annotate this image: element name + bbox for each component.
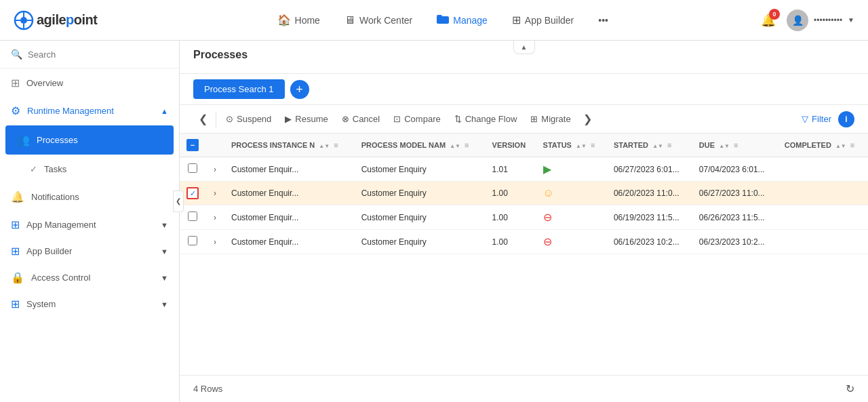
notification-badge: 0 [769, 9, 780, 20]
info-button[interactable]: i [838, 111, 854, 127]
sidebar-item-notifications[interactable]: 🔔 Notifications [0, 182, 179, 212]
sidebar-item-processes[interactable]: 👥 Processes [5, 125, 174, 155]
filter-label: Filter [812, 114, 831, 124]
sidebar-collapse-button[interactable]: ❮ [173, 190, 184, 212]
expand-row-icon[interactable]: › [214, 237, 216, 247]
cell-instance-name: Customer Enquir... [224, 205, 355, 230]
col-completed: COMPLETED ▲▼ ≡ [778, 134, 868, 157]
filter-model-name-icon[interactable]: ≡ [465, 141, 469, 149]
sort-started[interactable]: ▲▼ [652, 143, 663, 149]
filter-icon: ▽ [802, 114, 808, 124]
filter-instance-name-icon[interactable]: ≡ [334, 141, 338, 149]
sort-completed[interactable]: ▲▼ [835, 143, 846, 149]
folder-icon [437, 14, 449, 26]
cancel-button[interactable]: ⊗ Cancel [335, 110, 387, 127]
cell-completed [778, 157, 868, 182]
sidebar-section-runtime[interactable]: ⚙ Runtime Management ▲ [0, 98, 179, 124]
row-checkbox[interactable] [188, 212, 197, 221]
table-row: › Customer Enquir... Customer Enquiry 1.… [180, 205, 868, 230]
back-button[interactable]: ❮ [193, 110, 213, 128]
notification-button[interactable]: 🔔 0 [761, 13, 776, 28]
home-icon: 🏠 [277, 14, 291, 26]
table-row: › Customer Enquir... Customer Enquiry 1.… [180, 230, 868, 254]
system-icon: ⊞ [11, 298, 20, 310]
sidebar-section-appmanagement[interactable]: ⊞ App Management ▼ [0, 212, 179, 238]
main-layout: 🔍 ⊞ Overview ⚙ Runtime Management ▲ 👥 Pr… [0, 41, 868, 402]
cell-checkbox [180, 230, 205, 254]
sort-due[interactable]: ▲▼ [719, 143, 730, 149]
chevron-down-icon-access: ▼ [161, 274, 168, 282]
sidebar: 🔍 ⊞ Overview ⚙ Runtime Management ▲ 👥 Pr… [0, 41, 180, 402]
nav-appbuilder[interactable]: ⊞ App Builder [502, 9, 583, 31]
col-expand [205, 134, 224, 157]
cell-status: ☺ [536, 182, 607, 205]
avatar: 👤 [787, 9, 808, 31]
appbuilder-sidebar-icon: ⊞ [11, 245, 20, 258]
sidebar-section-system[interactable]: ⊞ System ▼ [0, 291, 179, 317]
chevron-down-icon-appbuilder: ▼ [161, 247, 168, 256]
appmanagement-icon: ⊞ [11, 218, 20, 231]
nav-manage[interactable]: Manage [427, 10, 497, 31]
cell-status: ⊖ [536, 230, 607, 254]
nav-home[interactable]: 🏠 Home [268, 9, 330, 31]
sidebar-item-tasks[interactable]: ✓ Tasks [0, 156, 179, 182]
cancel-label: Cancel [353, 114, 380, 124]
search-input[interactable] [28, 49, 168, 60]
suspend-icon: ⊙ [226, 114, 233, 124]
sidebar-section-appbuilder[interactable]: ⊞ App Builder ▼ [0, 238, 179, 264]
migrate-button[interactable]: ⊞ Migrate [524, 110, 577, 127]
svg-point-1 [20, 17, 27, 24]
cell-version: 1.01 [486, 157, 536, 182]
nav-workcenter[interactable]: 🖥 Work Center [335, 10, 422, 31]
sidebar-section-appbuilder-label: App Builder [26, 246, 72, 256]
tab-row: Process Search 1 + [180, 74, 868, 105]
filter-started-icon[interactable]: ≡ [667, 141, 671, 149]
chevron-down-icon: ▼ [848, 16, 854, 24]
change-flow-button[interactable]: ⇅ Change Flow [448, 110, 524, 127]
sort-instance-name[interactable]: ▲▼ [319, 143, 330, 149]
expand-row-icon[interactable]: › [214, 165, 216, 174]
resume-label: Resume [295, 114, 328, 124]
expand-row-icon[interactable]: › [214, 213, 216, 222]
sort-model-name[interactable]: ▲▼ [450, 143, 460, 149]
cell-completed [778, 205, 868, 230]
process-search-tab[interactable]: Process Search 1 [193, 79, 285, 99]
content-area: ▲ Processes Process Search 1 + ❮ ⊙ Suspe… [180, 41, 868, 402]
add-tab-button[interactable]: + [290, 80, 309, 99]
select-all-checkbox[interactable]: − [186, 139, 199, 151]
app-logo[interactable]: agilepoint [14, 10, 97, 31]
col-model-name: PROCESS MODEL NAM ▲▼ ≡ [355, 134, 486, 157]
cell-version: 1.00 [486, 205, 536, 230]
cell-instance-name: Customer Enquir... [224, 157, 355, 182]
filter-button[interactable]: ▽ Filter [795, 110, 838, 127]
status-icon-yellow: ☺ [543, 187, 554, 199]
cell-model-name: Customer Enquiry [355, 157, 486, 182]
migrate-icon: ⊞ [530, 114, 538, 124]
sidebar-item-notifications-label: Notifications [31, 192, 79, 202]
refresh-button[interactable]: ↻ [846, 382, 854, 395]
panel-collapse-handle[interactable]: ▲ [513, 41, 535, 54]
filter-due-icon[interactable]: ≡ [734, 141, 738, 149]
sidebar-item-overview[interactable]: ⊞ Overview [0, 68, 179, 98]
nav-more[interactable]: ••• [589, 11, 618, 30]
compare-button[interactable]: ⊡ Compare [387, 110, 447, 127]
row-checkbox[interactable] [188, 163, 197, 173]
chevron-down-icon-system: ▼ [161, 300, 168, 308]
filter-completed-icon[interactable]: ≡ [850, 141, 854, 149]
cell-model-name: Customer Enquiry [355, 205, 486, 230]
sidebar-section-accesscontrol[interactable]: 🔒 Access Control ▼ [0, 264, 179, 291]
filter-status-icon[interactable]: ≡ [591, 141, 595, 149]
sidebar-search-container[interactable]: 🔍 [0, 41, 179, 68]
cell-status: ▶ [536, 157, 607, 182]
search-icon: 🔍 [11, 49, 22, 60]
expand-row-icon[interactable]: › [214, 188, 216, 198]
row-checkbox-checked[interactable]: ✓ [186, 187, 199, 199]
change-flow-icon: ⇅ [454, 114, 462, 124]
user-menu[interactable]: 👤 •••••••••• ▼ [787, 9, 854, 31]
row-checkbox[interactable] [188, 236, 197, 245]
more-actions-button[interactable]: ❯ [578, 109, 597, 129]
resume-button[interactable]: ▶ Resume [278, 110, 334, 127]
monitor-icon: 🖥 [344, 14, 355, 26]
suspend-button[interactable]: ⊙ Suspend [219, 110, 278, 127]
sort-status[interactable]: ▲▼ [576, 143, 587, 149]
